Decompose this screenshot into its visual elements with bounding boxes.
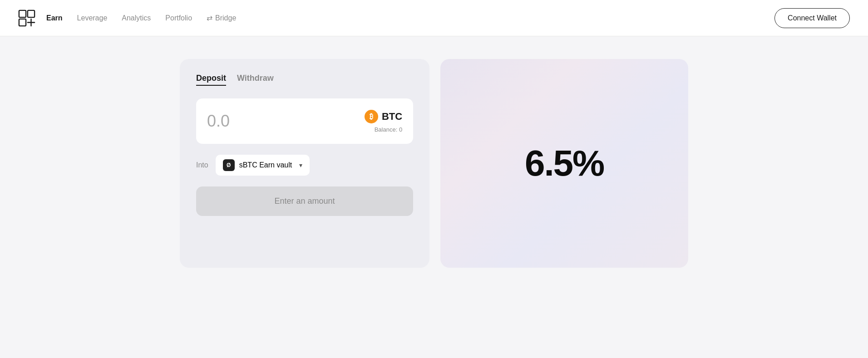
amount-value: 0.0 [207,112,230,131]
svg-rect-2 [19,19,26,25]
nav-portfolio[interactable]: Portfolio [165,14,192,22]
connect-wallet-button[interactable]: Connect Wallet [774,8,850,28]
tab-row: Deposit Withdraw [196,74,413,86]
amount-input-box[interactable]: 0.0 ₿ BTC Balance: 0 [196,98,413,144]
token-name: BTC [382,111,402,123]
svg-rect-1 [28,10,35,17]
vault-dropdown[interactable]: Ø sBTC Earn vault ▾ [216,155,310,176]
tab-withdraw[interactable]: Withdraw [237,74,274,86]
nav-leverage[interactable]: Leverage [77,14,108,22]
tab-deposit[interactable]: Deposit [196,74,226,86]
chevron-down-icon: ▾ [299,162,302,169]
submit-button[interactable]: Enter an amount [196,186,413,216]
nav-analytics[interactable]: Analytics [122,14,151,22]
into-row: Into Ø sBTC Earn vault ▾ [196,155,413,176]
app-logo [18,10,35,27]
apy-card: 6.5% [440,59,688,268]
token-label: ₿ BTC [365,110,402,123]
btc-icon: ₿ [365,110,378,123]
apy-value: 6.5% [525,142,604,184]
deposit-card: Deposit Withdraw 0.0 ₿ BTC Balance: 0 In… [180,59,429,268]
vault-icon: Ø [223,159,235,171]
into-label: Into [196,161,208,169]
balance-text: Balance: 0 [375,126,402,133]
nav-earn[interactable]: Earn [46,14,63,22]
vault-name: sBTC Earn vault [239,161,292,169]
token-section: ₿ BTC Balance: 0 [365,110,402,133]
nav-links: Earn Leverage Analytics Portfolio ⇄ Brid… [46,14,774,22]
nav-bridge[interactable]: ⇄ Bridge [207,14,236,22]
svg-rect-0 [19,10,26,17]
navbar: Earn Leverage Analytics Portfolio ⇄ Brid… [0,0,868,36]
main-content: Deposit Withdraw 0.0 ₿ BTC Balance: 0 In… [162,36,706,290]
bridge-arrows-icon: ⇄ [207,14,212,22]
